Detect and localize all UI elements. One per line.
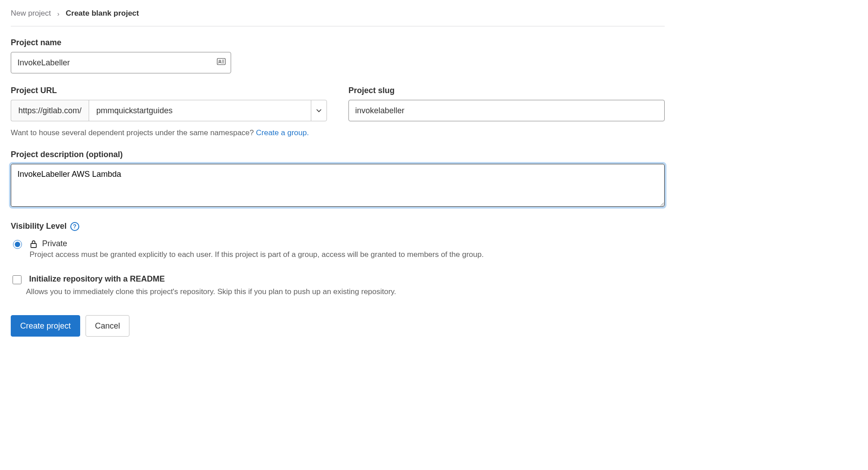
project-url-label: Project URL <box>11 86 327 95</box>
visibility-private-desc: Project access must be granted explicitl… <box>30 250 484 259</box>
project-url-prefix: https://gitlab.com/ <box>11 100 89 121</box>
create-project-button[interactable]: Create project <box>11 315 80 337</box>
project-description-input[interactable] <box>11 164 665 207</box>
breadcrumb: New project › Create blank project <box>11 9 665 26</box>
cancel-button[interactable]: Cancel <box>86 315 129 337</box>
initialize-readme-desc: Allows you to immediately clone this pro… <box>26 287 665 296</box>
svg-rect-5 <box>31 244 36 248</box>
breadcrumb-current: Create blank project <box>66 9 139 18</box>
help-icon[interactable]: ? <box>70 222 79 231</box>
namespace-select[interactable]: pmmquickstartguides <box>89 100 311 121</box>
project-description-label: Project description (optional) <box>11 150 665 159</box>
svg-point-1 <box>219 60 221 62</box>
create-group-link[interactable]: Create a group. <box>256 128 309 137</box>
project-name-label: Project name <box>11 38 665 47</box>
breadcrumb-parent[interactable]: New project <box>11 9 51 18</box>
chevron-right-icon: › <box>57 10 60 17</box>
initialize-readme-label: Initialize repository with a README <box>29 274 165 284</box>
namespace-dropdown-toggle[interactable] <box>311 100 327 121</box>
svg-rect-0 <box>217 59 225 65</box>
namespace-helper: Want to house several dependent projects… <box>11 128 665 137</box>
lock-icon <box>30 239 38 248</box>
project-slug-input[interactable] <box>348 100 665 121</box>
initialize-readme-checkbox[interactable] <box>13 275 21 284</box>
visibility-private-label: Private <box>42 239 67 248</box>
contact-card-icon <box>217 58 226 68</box>
visibility-level-label: Visibility Level <box>11 222 67 231</box>
project-name-input[interactable] <box>11 52 231 73</box>
project-slug-label: Project slug <box>348 86 665 95</box>
chevron-down-icon <box>316 109 322 112</box>
visibility-private-radio[interactable] <box>13 240 22 249</box>
